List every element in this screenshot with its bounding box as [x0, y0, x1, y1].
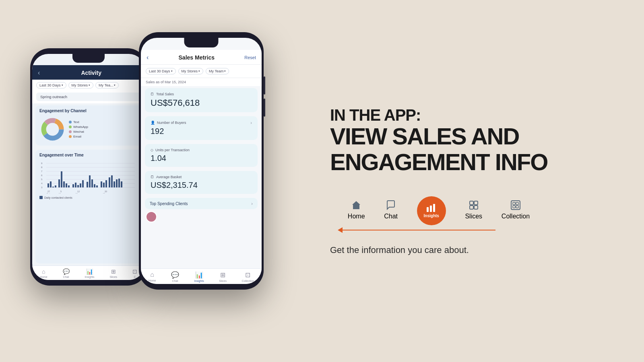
total-sales-icon: 🗒	[151, 92, 154, 96]
metric-units: ◇ Units per Transaction 1.04	[145, 144, 258, 167]
nav-home-back[interactable]: ⌂ Home	[40, 268, 47, 278]
filter-stores[interactable]: My Stores ▾	[68, 82, 94, 88]
svg-text:8: 8	[41, 166, 43, 169]
buyers-value: 192	[151, 127, 252, 136]
svg-rect-22	[55, 185, 56, 187]
svg-rect-57	[433, 204, 435, 212]
nav-home-front[interactable]: ⌂ Home	[149, 271, 156, 282]
channel-legend: Text WhatsApp Wechat Email	[69, 120, 88, 138]
svg-point-4	[47, 123, 59, 136]
home-icon	[351, 200, 362, 211]
headline-line3: ENGAGEMENT INFO	[330, 150, 547, 174]
activity-screen: ‹ Activity Last 30 Days ▾ My Stores ▾ My…	[32, 54, 145, 280]
notch-front	[184, 38, 219, 47]
sales-filter-date[interactable]: Last 30 Days ▾	[146, 68, 176, 74]
sales-filter-stores[interactable]: My Stores ▾	[178, 68, 204, 74]
sales-title: Sales Metrics	[149, 54, 244, 61]
nav-insights-back[interactable]: 📊 Insights	[85, 268, 94, 278]
nav-ill-collection-label: Collection	[502, 213, 530, 220]
nav-ill-home: Home	[348, 200, 365, 220]
nav-chat-front[interactable]: 💬 Chat	[171, 271, 179, 282]
svg-rect-21	[52, 187, 54, 187]
nav-ill-chat: Chat	[384, 200, 398, 220]
svg-rect-33	[87, 182, 88, 187]
nav-illustration: Home Chat Insights	[330, 196, 612, 233]
svg-rect-41	[109, 177, 110, 187]
svg-rect-27	[68, 185, 70, 187]
nav-ill-slices: Slices	[465, 200, 482, 220]
svg-rect-62	[511, 201, 520, 210]
nav-ill-home-label: Home	[348, 213, 365, 220]
donut-chart	[39, 116, 66, 142]
svg-rect-58	[470, 201, 473, 205]
nav-ill-insights[interactable]: Insights	[417, 196, 446, 223]
nav-collection-back[interactable]: ⊡ C	[132, 268, 137, 278]
engagement-time-section: Engagement over Time 9 8 7 6 5 4 3	[35, 150, 142, 263]
nav-ill-chat-label: Chat	[384, 213, 398, 220]
svg-text:6: 6	[41, 174, 43, 177]
svg-rect-64	[516, 202, 518, 205]
filter-last30[interactable]: Last 30 Days ▾	[36, 82, 66, 88]
svg-rect-42	[111, 175, 113, 187]
activity-filters: Last 30 Days ▾ My Stores ▾ My Tea... ▾	[32, 80, 145, 91]
nav-insights-front[interactable]: 📊 Insights	[194, 271, 204, 282]
search-area: Spring outreach	[32, 91, 145, 103]
nav-slices-front[interactable]: ⊞ Slices	[219, 271, 227, 282]
svg-rect-25	[63, 181, 65, 187]
bar-chart: 9 8 7 6 5 4 3	[39, 159, 138, 193]
svg-rect-43	[114, 181, 115, 187]
insights-active-circle: Insights	[417, 196, 446, 225]
volume-button-front	[264, 99, 265, 117]
filter-team[interactable]: My Tea... ▾	[95, 82, 119, 88]
svg-rect-44	[116, 179, 118, 187]
svg-text:9: 9	[41, 162, 43, 165]
chat-icon	[385, 200, 396, 211]
total-sales-label: Total Sales	[156, 92, 174, 96]
svg-rect-60	[470, 206, 473, 209]
svg-rect-20	[50, 181, 52, 187]
buyers-label: Number of Buyers	[157, 121, 186, 125]
svg-rect-26	[66, 183, 67, 187]
svg-text:Feb: Feb	[47, 193, 50, 193]
svg-rect-63	[513, 202, 515, 205]
phone-back: ‹ Activity Last 30 Days ▾ My Stores ▾ My…	[30, 48, 147, 286]
nav-collection-front[interactable]: ⊡ Collection	[242, 271, 254, 282]
nav-chat-back[interactable]: 💬 Chat	[63, 268, 70, 278]
svg-text:7: 7	[41, 170, 43, 173]
svg-rect-30	[77, 185, 79, 187]
sales-date-label: Sales as of Mar 15, 2024	[141, 78, 262, 86]
basket-icon: 🗒	[151, 175, 154, 179]
total-sales-value: US$576,618	[151, 98, 252, 108]
tagline: Get the information you care about.	[330, 245, 469, 255]
svg-rect-59	[474, 201, 478, 205]
units-icon: ◇	[151, 148, 153, 152]
back-icon[interactable]: ‹	[38, 69, 40, 76]
top-spending-chevron: ›	[251, 201, 253, 206]
engagement-channel-section: Engagement by Channel Text	[35, 105, 142, 146]
svg-rect-56	[430, 206, 432, 212]
activity-title: Activity	[43, 70, 139, 76]
sales-reset-btn[interactable]: Reset	[244, 55, 256, 60]
search-input[interactable]: Spring outreach	[36, 93, 141, 101]
bottom-nav-back: ⌂ Home 💬 Chat 📊 Insights ⊞ Slices	[32, 265, 145, 280]
svg-rect-46	[121, 181, 122, 187]
svg-rect-32	[82, 180, 84, 187]
metric-buyers[interactable]: 👤 Number of Buyers › 192	[145, 116, 258, 140]
basket-value: US$2,315.74	[151, 181, 252, 190]
nav-slices-back[interactable]: ⊞ Slices	[109, 268, 117, 278]
sales-header: ‹ Sales Metrics Reset	[141, 50, 262, 65]
sales-filter-team[interactable]: My Team ▾	[206, 68, 229, 74]
svg-rect-45	[118, 179, 120, 187]
metric-total-sales: 🗒 Total Sales US$576,618	[145, 88, 258, 112]
svg-text:Mar: Mar	[59, 193, 63, 193]
svg-text:Mar: Mar	[76, 193, 80, 193]
activity-header: ‹ Activity	[32, 65, 145, 80]
basket-label: Average Basket	[156, 175, 182, 179]
top-spending-row[interactable]: Top Spending Clients ›	[145, 198, 258, 209]
slices-icon	[468, 200, 479, 211]
arrow-shaft	[343, 230, 495, 230]
svg-rect-61	[474, 206, 478, 209]
arrow-line	[338, 227, 612, 233]
svg-rect-19	[47, 183, 49, 187]
phone-front: ‹ Sales Metrics Reset Last 30 Days ▾ My …	[139, 32, 264, 290]
